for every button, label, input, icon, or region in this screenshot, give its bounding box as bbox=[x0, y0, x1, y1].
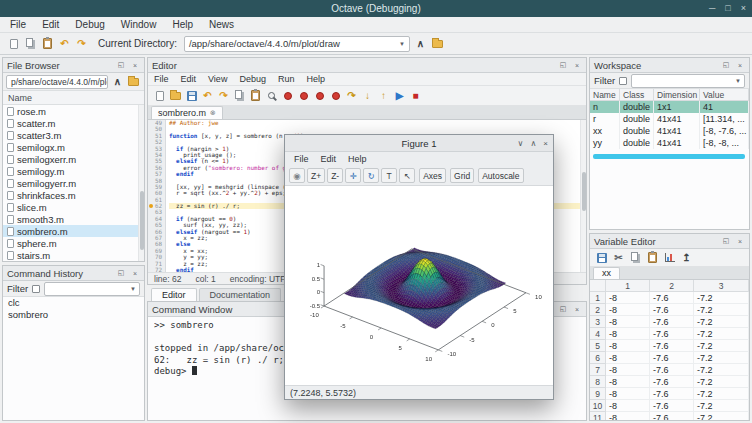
rotate-tool-icon[interactable]: ↻ bbox=[363, 168, 379, 183]
file-item[interactable]: semilogy.m bbox=[3, 165, 144, 177]
grid-cell[interactable]: -7.6 bbox=[650, 388, 694, 400]
file-item[interactable]: scatter.m bbox=[3, 117, 144, 129]
chevron-down-icon[interactable]: ▼ bbox=[396, 41, 405, 47]
grid-cell[interactable]: -8 bbox=[606, 364, 650, 376]
grid-cell[interactable]: -7.2 bbox=[694, 292, 749, 304]
grid-column-header[interactable]: 3 bbox=[694, 280, 749, 292]
save-variable-icon[interactable] bbox=[594, 250, 609, 265]
file-browser-name-column-header[interactable]: Name bbox=[3, 91, 144, 105]
grid-cell[interactable]: -7.2 bbox=[694, 316, 749, 328]
figure-title-bar[interactable]: Figure 1 ∨∧× bbox=[285, 135, 553, 152]
step-over-icon[interactable]: ↷ bbox=[344, 88, 359, 103]
tab-sombrero[interactable]: sombrero.m ⊗ bbox=[151, 106, 223, 119]
find-icon[interactable] bbox=[264, 88, 279, 103]
menu-edit[interactable]: Edit bbox=[34, 18, 67, 31]
previous-breakpoint-icon[interactable] bbox=[312, 88, 327, 103]
maximize-icon[interactable]: □ bbox=[725, 4, 730, 13]
grid-cell[interactable]: -7.2 bbox=[694, 328, 749, 340]
save-file-icon[interactable] bbox=[184, 88, 199, 103]
grid-cell[interactable]: -7.6 bbox=[650, 304, 694, 316]
grid-row-header[interactable]: 11 bbox=[590, 412, 606, 420]
ve-copy-icon[interactable] bbox=[628, 250, 643, 265]
undo-icon[interactable]: ↶ bbox=[57, 36, 72, 51]
sombrero-surface-plot[interactable] bbox=[285, 186, 553, 385]
grid-cell[interactable]: -8 bbox=[606, 292, 650, 304]
grid-cell[interactable]: -8 bbox=[606, 340, 650, 352]
grid-row-header[interactable]: 9 bbox=[590, 388, 606, 400]
column-class[interactable]: Class bbox=[620, 89, 654, 100]
close-panel-icon[interactable]: × bbox=[735, 236, 745, 246]
paste-icon[interactable] bbox=[248, 88, 263, 103]
tab-editor[interactable]: Editor bbox=[151, 288, 197, 301]
step-in-icon[interactable]: ↓ bbox=[360, 88, 375, 103]
grid-cell[interactable]: -7.6 bbox=[650, 292, 694, 304]
line-number-gutter[interactable]: 4950515253545556575859606162636465666768… bbox=[148, 120, 166, 272]
grid-cell[interactable]: -8 bbox=[606, 352, 650, 364]
up-level-icon[interactable]: ↥ bbox=[679, 250, 694, 265]
chevron-down-icon[interactable]: ▼ bbox=[732, 78, 741, 84]
grid-cell[interactable]: -8 bbox=[606, 388, 650, 400]
workspace-table-header[interactable]: Name Class Dimension Value bbox=[590, 89, 749, 101]
copy-clipboard-icon[interactable] bbox=[23, 36, 38, 51]
grid-cell[interactable]: -7.2 bbox=[694, 376, 749, 388]
workspace-row-r[interactable]: rdouble41x41[11.314, ... bbox=[590, 113, 749, 125]
grid-cell[interactable]: -7.6 bbox=[650, 364, 694, 376]
workspace-row-yy[interactable]: yydouble41x41[-8, -8, ... bbox=[590, 137, 749, 149]
file-item[interactable]: shrinkfaces.m bbox=[3, 189, 144, 201]
menu-view[interactable]: View bbox=[202, 74, 233, 84]
file-item[interactable]: smooth3.m bbox=[3, 213, 144, 225]
grid-row-header[interactable]: 3 bbox=[590, 316, 606, 328]
continue-icon[interactable]: ▶ bbox=[392, 88, 407, 103]
workspace-filter-combobox[interactable]: ▼ bbox=[631, 74, 745, 88]
variable-grid[interactable]: 1231-8-7.6-7.22-8-7.6-7.23-8-7.6-7.24-8-… bbox=[590, 280, 749, 420]
grid-cell[interactable]: -7.6 bbox=[650, 412, 694, 420]
grid-cell[interactable]: -8 bbox=[606, 412, 650, 420]
ve-paste-icon[interactable] bbox=[645, 250, 660, 265]
column-name[interactable]: Name bbox=[590, 89, 620, 100]
new-script-icon[interactable] bbox=[6, 36, 21, 51]
fig-close-icon[interactable]: × bbox=[543, 139, 548, 148]
grid-row-header[interactable]: 8 bbox=[590, 376, 606, 388]
undock-icon[interactable]: ◱ bbox=[721, 236, 731, 246]
file-item[interactable]: semilogx.m bbox=[3, 141, 144, 153]
file-browser-path-combobox[interactable]: p/share/octave/4.4.0/m/plot/draw ▼ bbox=[6, 75, 108, 89]
grid-row-header[interactable]: 2 bbox=[590, 304, 606, 316]
scrollbar-handle[interactable] bbox=[140, 191, 144, 250]
menu-help[interactable]: Help bbox=[342, 154, 373, 164]
menu-edit[interactable]: Edit bbox=[315, 154, 343, 164]
grid-cell[interactable]: -7.2 bbox=[694, 412, 749, 420]
current-directory-combobox[interactable]: /app/share/octave/4.4.0/m/plot/draw ▼ bbox=[184, 36, 410, 52]
file-list-scrollbar[interactable] bbox=[138, 105, 144, 261]
menu-debug[interactable]: Debug bbox=[67, 18, 112, 31]
axes-toggle[interactable]: Axes bbox=[419, 168, 446, 183]
grid-cell[interactable]: -7.2 bbox=[694, 352, 749, 364]
paste-clipboard-icon[interactable] bbox=[40, 36, 55, 51]
grid-cell[interactable]: -7.2 bbox=[694, 388, 749, 400]
workspace-header[interactable]: Workspace ◱× bbox=[590, 58, 749, 73]
grid-column-header[interactable]: 1 bbox=[606, 280, 650, 292]
grid-toggle[interactable]: Grid bbox=[450, 168, 474, 183]
column-value[interactable]: Value bbox=[700, 89, 749, 100]
close-panel-icon[interactable]: × bbox=[735, 60, 745, 70]
menu-edit[interactable]: Edit bbox=[175, 74, 203, 84]
variable-editor-header[interactable]: Variable Editor ◱× bbox=[590, 234, 749, 249]
close-icon[interactable]: × bbox=[741, 4, 746, 13]
remove-all-breakpoints-icon[interactable] bbox=[328, 88, 343, 103]
menu-file[interactable]: File bbox=[2, 18, 34, 31]
workspace-row-n[interactable]: ndouble1x141 bbox=[590, 101, 749, 113]
file-item[interactable]: rose.m bbox=[3, 105, 144, 117]
fig-maximize-icon[interactable]: ∧ bbox=[530, 139, 536, 148]
zoom-out-button[interactable]: Z- bbox=[327, 168, 343, 183]
grid-cell[interactable]: -8 bbox=[606, 328, 650, 340]
chevron-down-icon[interactable]: ▼ bbox=[127, 286, 136, 292]
file-item[interactable]: scatter3.m bbox=[3, 129, 144, 141]
history-filter-combobox[interactable]: ▼ bbox=[44, 282, 140, 296]
menu-window[interactable]: Window bbox=[113, 18, 165, 31]
grid-row-header[interactable]: 4 bbox=[590, 328, 606, 340]
file-item[interactable]: semilogxerr.m bbox=[3, 153, 144, 165]
menu-run[interactable]: Run bbox=[272, 74, 301, 84]
pan-tool-icon[interactable]: ✛ bbox=[345, 168, 361, 183]
gutter-line[interactable]: 72 bbox=[148, 267, 162, 272]
undock-icon[interactable]: ◱ bbox=[116, 60, 126, 70]
tab-documentation[interactable]: Documentation bbox=[199, 288, 282, 301]
